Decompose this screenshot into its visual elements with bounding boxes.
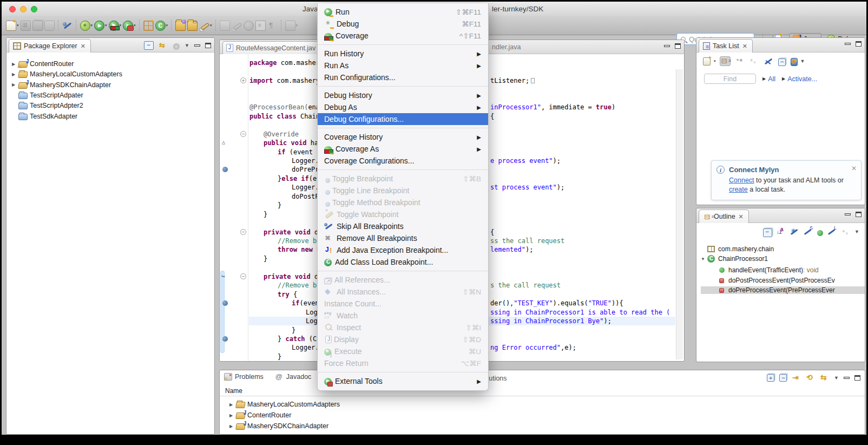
refresh-button[interactable] <box>806 374 815 382</box>
new-wizard-button[interactable]: ▾ <box>6 21 19 31</box>
new-java-project-button[interactable] <box>143 21 154 31</box>
new-java-class-button[interactable]: ▾ <box>155 21 168 31</box>
hide-static-members-button[interactable] <box>804 227 813 236</box>
result-row-masherylocalcustomadapters[interactable]: ▶MasheryLocalCustomAdapters <box>229 401 340 408</box>
minimize-view-button[interactable] <box>844 377 850 379</box>
editor-scrollbar[interactable] <box>676 69 683 359</box>
collapsed-fold-box[interactable] <box>531 78 535 83</box>
outline-item-handleevent[interactable]: handleEvent(TrafficEvent) : void <box>701 266 865 274</box>
collapse-all-button[interactable] <box>144 41 154 50</box>
last-edit-button[interactable] <box>232 21 242 31</box>
menu-item-debug[interactable]: Debug⌘F11 <box>318 18 488 30</box>
menu-item-run-as[interactable]: Run As▶ <box>318 60 488 71</box>
maximize-view-button[interactable] <box>205 43 211 48</box>
result-row-contentrouter[interactable]: ▶ContentRouter <box>229 411 291 419</box>
sort-button[interactable] <box>777 227 786 236</box>
dropdown-caret-icon[interactable]: ▾ <box>105 23 107 28</box>
name-column-header[interactable]: Name <box>220 385 865 396</box>
maximize-view-button[interactable] <box>856 212 862 217</box>
show-whitespace-button[interactable] <box>267 21 278 31</box>
menu-item-add-java-exception-breakpoint[interactable]: Add Java Exception Breakpoint... <box>318 244 488 256</box>
view-menu-button[interactable]: ▼ <box>185 43 189 48</box>
sync-button[interactable] <box>820 374 829 382</box>
find-input[interactable]: Find <box>704 74 756 84</box>
dropdown-caret-icon[interactable]: ▾ <box>134 23 136 28</box>
maximize-editor-button[interactable] <box>675 43 681 49</box>
expand-arrow-icon[interactable]: ▶ <box>12 82 18 87</box>
close-notification-icon[interactable]: ✕ <box>851 165 857 172</box>
next-annotation-button[interactable] <box>220 21 230 31</box>
hide-fields-button[interactable] <box>790 227 799 236</box>
expand-arrow-icon[interactable]: ▶ <box>229 424 236 429</box>
hide-local-types-button[interactable] <box>827 227 837 236</box>
maximize-view-button[interactable] <box>856 41 862 47</box>
breakpoint-icon[interactable] <box>222 336 228 342</box>
focus-on-task-button[interactable] <box>173 43 180 50</box>
package-explorer-tab[interactable]: Package Explorer ✕ <box>9 39 91 53</box>
expand-arrow-icon[interactable]: ▶ <box>229 402 236 407</box>
tree-item-testsdkadapter[interactable]: TestSdkAdapter <box>12 113 77 120</box>
menu-item-coverage-configurations[interactable]: Coverage Configurations... <box>318 155 488 167</box>
expand-all-button[interactable] <box>767 374 774 382</box>
menu-item-run-history[interactable]: Run History▶ <box>318 48 488 60</box>
close-view-icon[interactable]: ✕ <box>739 213 744 220</box>
dropdown-caret-icon[interactable]: ▾ <box>296 23 298 28</box>
collapse-all-button[interactable] <box>778 58 786 66</box>
dropdown-caret-icon[interactable]: ▾ <box>120 23 122 28</box>
outline-item-dopostprocessevent[interactable]: doPostProcessEvent(PostProcessEv <box>701 277 865 284</box>
menu-item-external-tools[interactable]: External Tools▶ <box>318 375 488 387</box>
minimize-window-button[interactable] <box>20 6 27 12</box>
result-row-masherysdkchainadapter[interactable]: ▶MasherySDKChainAdapter <box>229 422 328 430</box>
show-source-button[interactable] <box>255 21 266 31</box>
link-with-selection-button[interactable] <box>792 374 801 382</box>
close-view-icon[interactable]: ✕ <box>742 43 747 50</box>
editor-tab-routemessagecontent[interactable]: RouteMessageContent.jav <box>222 41 321 54</box>
menu-item-run-configurations[interactable]: Run Configurations... <box>318 71 488 83</box>
tree-item-testscriptadpter2[interactable]: TestScriptAdpter2 <box>12 102 83 109</box>
tree-item-contentrouter[interactable]: ▶ContentRouter <box>12 60 74 68</box>
coverage-button[interactable]: ▾ <box>109 21 122 31</box>
hide-non-public-button[interactable] <box>817 230 823 236</box>
bottom-tab-problems[interactable]: Problems <box>224 373 264 381</box>
menu-item-run[interactable]: Run⇧⌘F11 <box>318 6 488 18</box>
tree-item-masherylocalcustomadapters[interactable]: ▶MasheryLocalCustomAdapters <box>12 70 122 78</box>
link-with-editor-button[interactable] <box>159 41 168 50</box>
close-view-icon[interactable]: ✕ <box>81 43 86 50</box>
debug-button[interactable]: ▾ <box>80 21 93 31</box>
maximize-view-button[interactable] <box>854 375 860 381</box>
outline-item-com.mashery.chain[interactable]: com.mashery.chain <box>701 245 865 253</box>
import-folder-button[interactable] <box>187 21 198 31</box>
synchronize-button[interactable] <box>791 58 798 66</box>
print-button[interactable] <box>44 21 55 31</box>
dropdown-caret-icon[interactable]: ▾ <box>210 23 212 28</box>
fold-collapse-icon[interactable]: − <box>240 229 246 235</box>
activate-link[interactable]: Activate... <box>787 75 817 83</box>
dropdown-caret-icon[interactable]: ▾ <box>17 23 19 28</box>
breakpoint-icon[interactable] <box>222 300 228 306</box>
collapse-all-button[interactable] <box>763 228 772 237</box>
tree-item-masherysdkchainadapter[interactable]: ▶MasherySDKChainAdapter <box>12 81 111 89</box>
menu-item-add-class-load-breakpoint[interactable]: Add Class Load Breakpoint... <box>318 256 488 268</box>
view-menu-button[interactable]: ▼ <box>800 58 805 64</box>
menu-item-remove-all-breakpoints[interactable]: Remove All Breakpoints <box>318 232 488 244</box>
view-menu-button[interactable]: ▼ <box>854 229 859 234</box>
menu-item-debug-configurations[interactable]: Debug Configurations... <box>318 113 488 125</box>
menu-item-skip-all-breakpoints[interactable]: Skip All Breakpoints <box>318 220 488 232</box>
expand-activate-arrow-icon[interactable]: ▶ <box>782 76 785 81</box>
skip-all-breakpoints-button[interactable] <box>62 21 73 31</box>
fold-expand-icon[interactable]: + <box>240 77 246 83</box>
expand-arrow-icon[interactable]: ▼ <box>701 257 707 261</box>
save-button[interactable] <box>21 21 31 31</box>
dropdown-caret-icon[interactable]: ▾ <box>166 23 168 28</box>
fold-collapse-icon[interactable]: − <box>240 131 246 137</box>
save-all-button[interactable] <box>32 21 43 31</box>
zoom-window-button[interactable] <box>31 6 37 12</box>
menu-item-coverage[interactable]: Coverage^⇧F11 <box>318 30 488 42</box>
light-bulb-button[interactable] <box>244 21 254 31</box>
bottom-tab-javadoc[interactable]: Javadoc <box>275 373 312 381</box>
menu-item-debug-history[interactable]: Debug History▶ <box>318 89 488 101</box>
breakpoint-icon[interactable] <box>222 167 228 172</box>
hide-completed-button[interactable] <box>764 56 774 66</box>
run-button[interactable]: ▾ <box>94 21 107 31</box>
expand-arrow-icon[interactable]: ▶ <box>229 413 236 418</box>
